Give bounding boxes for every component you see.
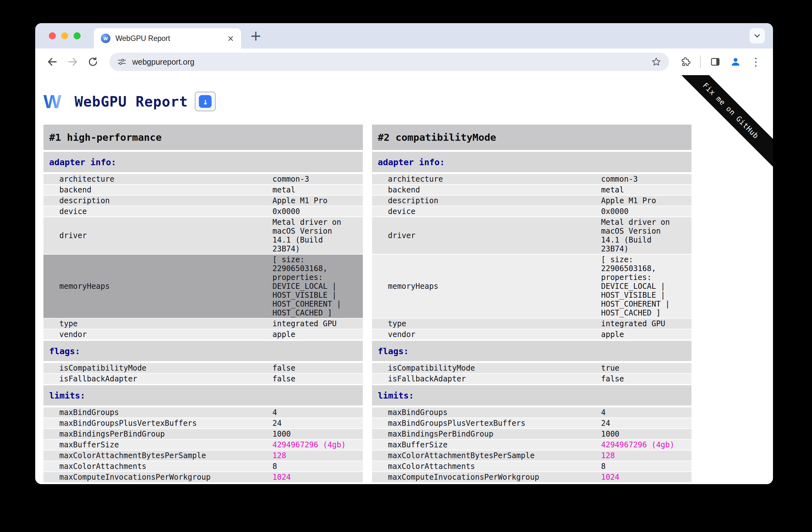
site-settings-icon bbox=[117, 57, 127, 66]
table-row: typeintegrated GPU bbox=[43, 319, 363, 329]
row-key: isFallbackAdapter bbox=[43, 374, 269, 384]
row-value: false bbox=[269, 363, 363, 373]
row-value: [ size: 22906503168, properties: DEVICE_… bbox=[269, 255, 363, 318]
bookmark-star-icon[interactable] bbox=[651, 57, 661, 67]
row-value: metal bbox=[269, 185, 363, 195]
section-header: flags: bbox=[372, 341, 692, 361]
table-row: device0x0000 bbox=[372, 206, 692, 217]
table-row: architecturecommon-3 bbox=[43, 174, 363, 184]
browser-window: W WebGPU Report × + webgpureport.org bbox=[35, 23, 773, 484]
row-key: type bbox=[372, 319, 598, 329]
download-arrow-icon: ↓ bbox=[199, 95, 212, 108]
row-value: 4 bbox=[269, 408, 363, 417]
row-key: isFallbackAdapter bbox=[372, 374, 598, 384]
row-value: 24 bbox=[598, 418, 692, 428]
url-text[interactable]: webgpureport.org bbox=[132, 57, 646, 66]
toolbar-divider bbox=[700, 56, 701, 68]
table-row: maxBindGroupsPlusVertexBuffers24 bbox=[43, 418, 363, 428]
table-row: memoryHeaps[ size: 22906503168, properti… bbox=[43, 255, 363, 318]
close-window-button[interactable] bbox=[49, 32, 56, 39]
row-value: Apple M1 Pro bbox=[269, 196, 363, 206]
table-row: memoryHeaps[ size: 22906503168, properti… bbox=[372, 255, 692, 318]
table-row: descriptionApple M1 Pro bbox=[43, 196, 363, 206]
adapter-table: #2 compatibilityMode adapter info:archit… bbox=[372, 124, 692, 483]
tab-close-icon[interactable]: × bbox=[227, 34, 234, 43]
three-dot-menu-icon: ⋮ bbox=[751, 56, 761, 68]
table-row: maxComputeInvocationsPerWorkgroup1024 bbox=[372, 472, 692, 482]
row-value: 8 bbox=[598, 461, 692, 471]
page-content: W WebGPU Report ↓ Fix me on GitHub #1 hi… bbox=[35, 75, 773, 484]
row-value: 0x0000 bbox=[598, 206, 692, 217]
row-key: vendor bbox=[372, 329, 598, 340]
table-row: maxComputeInvocationsPerWorkgroup1024 bbox=[43, 472, 363, 482]
chevron-down-icon bbox=[753, 31, 762, 40]
forward-arrow-icon bbox=[67, 56, 78, 68]
table-row: backendmetal bbox=[372, 185, 692, 195]
row-value: integrated GPU bbox=[269, 319, 363, 329]
table-row: isFallbackAdapterfalse bbox=[372, 374, 692, 384]
table-row: maxBindGroups4 bbox=[372, 408, 692, 417]
browser-menu-button[interactable]: ⋮ bbox=[747, 53, 765, 71]
table-row: descriptionApple M1 Pro bbox=[372, 196, 692, 206]
side-panel-icon bbox=[710, 57, 720, 67]
section-header: flags: bbox=[43, 341, 363, 361]
adapter-table-body: adapter info:architecturecommon-3backend… bbox=[43, 152, 363, 482]
row-key: device bbox=[372, 206, 598, 217]
profile-avatar-icon bbox=[730, 56, 741, 68]
tab-favicon-icon: W bbox=[101, 34, 111, 43]
refresh-button[interactable] bbox=[84, 53, 102, 71]
download-report-button[interactable]: ↓ bbox=[195, 92, 216, 111]
row-key: maxBufferSize bbox=[43, 440, 269, 450]
new-tab-button[interactable]: + bbox=[250, 29, 262, 43]
forward-button[interactable] bbox=[64, 53, 82, 71]
table-row: device0x0000 bbox=[43, 206, 363, 217]
extensions-button[interactable] bbox=[677, 53, 694, 71]
minimize-window-button[interactable] bbox=[61, 32, 68, 39]
back-button[interactable] bbox=[43, 53, 61, 71]
webgpu-logo-icon: W bbox=[43, 92, 68, 110]
row-key: maxBufferSize bbox=[372, 440, 598, 450]
row-value: false bbox=[598, 374, 692, 384]
section-header: limits: bbox=[372, 385, 692, 405]
row-key: memoryHeaps bbox=[372, 255, 598, 318]
row-value: 1000 bbox=[598, 429, 692, 439]
table-row: maxBufferSize4294967296 (4gb) bbox=[372, 440, 692, 450]
tab-search-button[interactable] bbox=[750, 28, 765, 43]
address-bar[interactable]: webgpureport.org bbox=[110, 53, 669, 71]
row-key: description bbox=[372, 196, 598, 206]
table-row: driverMetal driver on macOS Version 14.1… bbox=[43, 217, 363, 254]
adapter-table-title: #1 high-performance bbox=[43, 124, 363, 150]
table-row: isCompatibilityModetrue bbox=[372, 363, 692, 373]
row-value: [ size: 22906503168, properties: DEVICE_… bbox=[598, 255, 692, 318]
table-row: architecturecommon-3 bbox=[372, 174, 692, 184]
fullscreen-window-button[interactable] bbox=[74, 32, 81, 39]
back-arrow-icon bbox=[47, 56, 58, 68]
row-value: common-3 bbox=[598, 174, 692, 184]
row-key: maxBindingsPerBindGroup bbox=[43, 429, 269, 439]
row-value: 1024 bbox=[269, 472, 363, 482]
row-key: memoryHeaps bbox=[43, 255, 269, 318]
tab-webgpu-report[interactable]: W WebGPU Report × bbox=[94, 28, 241, 48]
row-value: 1000 bbox=[269, 429, 363, 439]
row-value: 24 bbox=[269, 418, 363, 428]
row-value: false bbox=[269, 374, 363, 384]
row-key: architecture bbox=[372, 174, 598, 184]
profile-button[interactable] bbox=[727, 53, 744, 71]
table-row: maxColorAttachments8 bbox=[372, 461, 692, 471]
puzzle-icon bbox=[680, 57, 691, 67]
row-key: vendor bbox=[43, 329, 269, 340]
svg-text:W: W bbox=[43, 92, 61, 110]
row-key: maxBindGroups bbox=[372, 408, 598, 417]
row-key: backend bbox=[43, 185, 269, 195]
adapter-table-body: adapter info:architecturecommon-3backend… bbox=[372, 152, 692, 482]
tab-title: WebGPU Report bbox=[115, 34, 222, 43]
table-row: maxBindingsPerBindGroup1000 bbox=[372, 429, 692, 439]
traffic-lights bbox=[49, 32, 81, 39]
row-key: maxColorAttachmentBytesPerSample bbox=[43, 450, 269, 461]
table-row: maxBindingsPerBindGroup1000 bbox=[43, 429, 363, 439]
row-key: driver bbox=[372, 217, 598, 254]
row-key: maxComputeInvocationsPerWorkgroup bbox=[43, 472, 269, 482]
side-panel-button[interactable] bbox=[706, 53, 724, 71]
row-value: metal bbox=[598, 185, 692, 195]
section-header: adapter info: bbox=[43, 152, 363, 172]
